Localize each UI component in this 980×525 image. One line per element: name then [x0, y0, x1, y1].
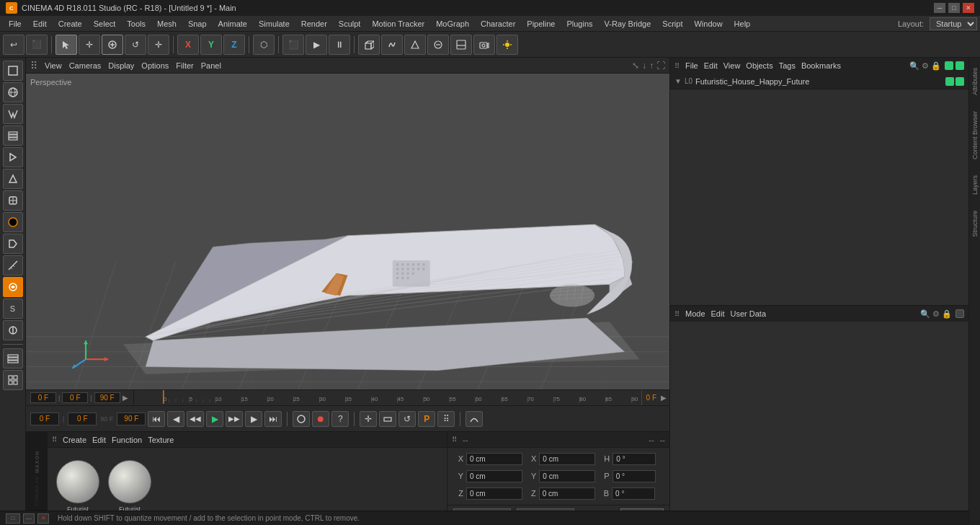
sidebar-sculpt[interactable]	[3, 169, 23, 189]
attr-tb-userdata[interactable]: User Data	[731, 309, 767, 318]
menu-vray-bridge[interactable]: V-Ray Bridge	[599, 18, 657, 30]
camera-button[interactable]	[473, 35, 495, 55]
minimize-button[interactable]: ─	[934, 3, 945, 13]
sidebar-layers2[interactable]	[3, 348, 23, 369]
x-axis-button[interactable]: X	[177, 35, 199, 55]
menu-script[interactable]: Script	[656, 18, 688, 30]
coord-input-b[interactable]	[612, 488, 655, 500]
tc-next-frame[interactable]: ▶	[245, 411, 262, 427]
coord-input-z[interactable]	[466, 488, 522, 500]
menu-motion-tracker[interactable]: Motion Tracker	[366, 18, 430, 30]
timeline-end-frame[interactable]	[94, 392, 120, 403]
tc-prev-frame[interactable]: ◀	[167, 411, 184, 427]
menu-snap[interactable]: Snap	[182, 18, 213, 30]
tc-motion-path[interactable]	[466, 411, 483, 427]
obj-search-icon[interactable]: 🔍	[909, 61, 919, 71]
vp-display[interactable]: Display	[108, 61, 134, 70]
status-mini-close[interactable]: ✕	[37, 513, 49, 524]
window-controls[interactable]: ─ □ ✕	[934, 3, 974, 13]
move-tool-button[interactable]: ✛	[79, 35, 100, 55]
tc-go-start[interactable]: ⏮	[148, 411, 165, 427]
vp-icon-down[interactable]: ↓	[642, 61, 646, 71]
coord-input-x2[interactable]	[539, 453, 595, 465]
coord-input-z2[interactable]	[539, 488, 595, 500]
obj-tb-objects[interactable]: Objects	[746, 61, 772, 70]
tc-dope-sheet[interactable]: ⠿	[437, 411, 455, 427]
mat-create[interactable]: Create	[63, 436, 86, 444]
cube-button[interactable]	[358, 35, 380, 55]
menu-tools[interactable]: Tools	[121, 18, 151, 30]
select-tool-button[interactable]	[55, 35, 77, 55]
menu-help[interactable]: Help	[729, 18, 757, 30]
world-axis-button[interactable]: ⬡	[253, 35, 275, 55]
viewport[interactable]: ⠿ View Cameras Display Options Filter Pa…	[26, 58, 669, 389]
transform-tool-button[interactable]: ✛	[148, 35, 169, 55]
sidebar-uvw[interactable]	[3, 104, 23, 124]
coord-input-p[interactable]	[612, 470, 656, 482]
tc-start-frame[interactable]	[30, 412, 59, 425]
timeline-current-frame[interactable]	[62, 392, 88, 403]
attr-tb-mode[interactable]: Mode	[685, 309, 705, 318]
tc-next-keyframe[interactable]: ▶▶	[226, 411, 243, 427]
obj-tb-file[interactable]: File	[685, 61, 698, 70]
timeline-start-frame[interactable]: 0 F	[30, 392, 56, 403]
menu-animate[interactable]: Animate	[213, 18, 253, 30]
scene-canvas[interactable]: Grid Spacing : 1000 cm	[26, 74, 669, 389]
attr-settings-icon[interactable]: ⚙	[932, 309, 940, 319]
obj-item-name[interactable]: Futuristic_House_Happy_Future	[695, 77, 945, 86]
light-button[interactable]	[496, 35, 518, 55]
obj-tb-view[interactable]: View	[723, 61, 741, 70]
vp-cameras[interactable]: Cameras	[69, 61, 102, 70]
coord-input-x[interactable]	[466, 453, 522, 465]
sidebar-texture[interactable]	[3, 82, 23, 102]
vp-options[interactable]: Options	[141, 61, 169, 70]
menu-character[interactable]: Character	[475, 18, 521, 30]
tc-move-keys[interactable]: ✛	[360, 411, 377, 427]
obj-tb-tags[interactable]: Tags	[779, 61, 796, 70]
obj-tb-bookmarks[interactable]: Bookmarks	[801, 61, 841, 70]
material-swatch-2[interactable]: Futurist	[108, 460, 151, 513]
right-tab-layers[interactable]: Layers	[970, 168, 980, 202]
play-region-end[interactable]: ▶	[306, 35, 327, 55]
coord-input-y[interactable]	[466, 470, 522, 482]
y-axis-button[interactable]: Y	[200, 35, 222, 55]
menu-render[interactable]: Render	[295, 18, 333, 30]
menu-sculpt[interactable]: Sculpt	[333, 18, 367, 30]
tc-record[interactable]	[293, 411, 310, 427]
mat-texture[interactable]: Texture	[148, 436, 174, 444]
right-tab-structure[interactable]: Structure	[970, 203, 980, 244]
vp-view[interactable]: View	[45, 61, 62, 70]
menu-file[interactable]: File	[3, 18, 27, 30]
menu-simulate[interactable]: Simulate	[253, 18, 295, 30]
play-region-all[interactable]: ⏸	[329, 35, 350, 55]
tc-help[interactable]: ?	[331, 411, 349, 427]
sidebar-layers[interactable]	[3, 125, 23, 146]
status-mini-window[interactable]: □	[6, 513, 20, 524]
tc-key-type[interactable]: P	[418, 411, 435, 427]
menu-edit[interactable]: Edit	[27, 18, 53, 30]
right-tab-attributes[interactable]: Attributes	[970, 61, 980, 102]
spline-button[interactable]	[404, 35, 426, 55]
obj-color-btn-2[interactable]	[956, 77, 964, 86]
menu-pipeline[interactable]: Pipeline	[521, 18, 561, 30]
mat-edit[interactable]: Edit	[92, 436, 106, 444]
sidebar-grid[interactable]	[3, 370, 23, 390]
undo-button[interactable]: ↩	[3, 35, 24, 55]
close-button[interactable]: ✕	[963, 3, 974, 13]
right-tab-content-browser[interactable]: Content Browser	[970, 104, 980, 167]
maximize-button[interactable]: □	[948, 3, 960, 13]
tc-go-end[interactable]: ⏭	[264, 411, 282, 427]
tc-rotate-keys[interactable]: ↺	[398, 411, 416, 427]
attr-search-icon[interactable]: 🔍	[920, 309, 930, 319]
tc-current-frame[interactable]	[68, 412, 97, 425]
menu-window[interactable]: Window	[688, 18, 728, 30]
status-mini-minimize[interactable]: —	[23, 513, 35, 524]
vp-icon-up[interactable]: ↑	[649, 61, 654, 71]
obj-settings-icon[interactable]: ⚙	[922, 61, 929, 71]
sidebar-stamp[interactable]: S	[3, 299, 23, 319]
tc-end-frame[interactable]	[117, 412, 146, 425]
sidebar-rigging[interactable]	[3, 190, 23, 211]
fps-arrow2[interactable]: ▶	[661, 394, 667, 402]
deformer-button[interactable]	[427, 35, 449, 55]
coord-input-h[interactable]	[612, 453, 656, 465]
